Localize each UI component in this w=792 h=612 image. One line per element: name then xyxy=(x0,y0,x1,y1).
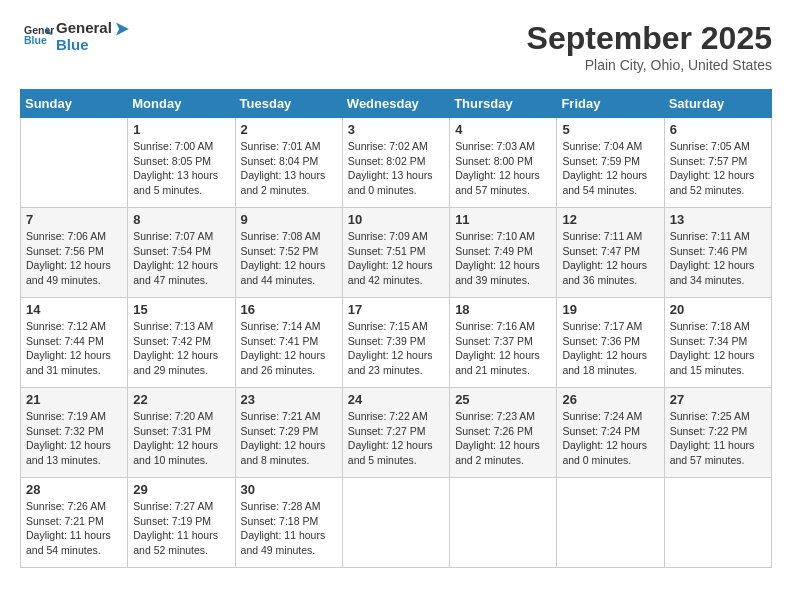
day-info: Sunrise: 7:00 AMSunset: 8:05 PMDaylight:… xyxy=(133,139,229,198)
day-info: Sunrise: 7:27 AMSunset: 7:19 PMDaylight:… xyxy=(133,499,229,558)
day-info: Sunrise: 7:14 AMSunset: 7:41 PMDaylight:… xyxy=(241,319,337,378)
calendar-cell: 17Sunrise: 7:15 AMSunset: 7:39 PMDayligh… xyxy=(342,298,449,388)
day-header-friday: Friday xyxy=(557,90,664,118)
calendar-cell: 9Sunrise: 7:08 AMSunset: 7:52 PMDaylight… xyxy=(235,208,342,298)
day-number: 22 xyxy=(133,392,229,407)
day-info: Sunrise: 7:13 AMSunset: 7:42 PMDaylight:… xyxy=(133,319,229,378)
calendar-cell: 26Sunrise: 7:24 AMSunset: 7:24 PMDayligh… xyxy=(557,388,664,478)
day-header-tuesday: Tuesday xyxy=(235,90,342,118)
day-number: 23 xyxy=(241,392,337,407)
calendar-cell xyxy=(342,478,449,568)
day-info: Sunrise: 7:01 AMSunset: 8:04 PMDaylight:… xyxy=(241,139,337,198)
title-block: September 2025 Plain City, Ohio, United … xyxy=(527,20,772,73)
calendar-cell: 23Sunrise: 7:21 AMSunset: 7:29 PMDayligh… xyxy=(235,388,342,478)
logo-icon: General Blue xyxy=(24,20,54,50)
day-header-monday: Monday xyxy=(128,90,235,118)
day-info: Sunrise: 7:02 AMSunset: 8:02 PMDaylight:… xyxy=(348,139,444,198)
logo-text-blue: Blue xyxy=(56,37,132,54)
day-header-thursday: Thursday xyxy=(450,90,557,118)
calendar-cell xyxy=(664,478,771,568)
day-number: 4 xyxy=(455,122,551,137)
day-number: 11 xyxy=(455,212,551,227)
day-info: Sunrise: 7:18 AMSunset: 7:34 PMDaylight:… xyxy=(670,319,766,378)
day-header-wednesday: Wednesday xyxy=(342,90,449,118)
day-info: Sunrise: 7:04 AMSunset: 7:59 PMDaylight:… xyxy=(562,139,658,198)
day-number: 25 xyxy=(455,392,551,407)
calendar-week-row: 28Sunrise: 7:26 AMSunset: 7:21 PMDayligh… xyxy=(21,478,772,568)
calendar-cell: 13Sunrise: 7:11 AMSunset: 7:46 PMDayligh… xyxy=(664,208,771,298)
day-number: 12 xyxy=(562,212,658,227)
day-info: Sunrise: 7:09 AMSunset: 7:51 PMDaylight:… xyxy=(348,229,444,288)
day-info: Sunrise: 7:19 AMSunset: 7:32 PMDaylight:… xyxy=(26,409,122,468)
calendar-cell: 4Sunrise: 7:03 AMSunset: 8:00 PMDaylight… xyxy=(450,118,557,208)
day-info: Sunrise: 7:11 AMSunset: 7:46 PMDaylight:… xyxy=(670,229,766,288)
day-info: Sunrise: 7:28 AMSunset: 7:18 PMDaylight:… xyxy=(241,499,337,558)
day-number: 20 xyxy=(670,302,766,317)
day-info: Sunrise: 7:15 AMSunset: 7:39 PMDaylight:… xyxy=(348,319,444,378)
day-info: Sunrise: 7:11 AMSunset: 7:47 PMDaylight:… xyxy=(562,229,658,288)
day-number: 21 xyxy=(26,392,122,407)
day-info: Sunrise: 7:16 AMSunset: 7:37 PMDaylight:… xyxy=(455,319,551,378)
day-header-saturday: Saturday xyxy=(664,90,771,118)
day-number: 27 xyxy=(670,392,766,407)
day-info: Sunrise: 7:06 AMSunset: 7:56 PMDaylight:… xyxy=(26,229,122,288)
calendar-header-row: SundayMondayTuesdayWednesdayThursdayFrid… xyxy=(21,90,772,118)
day-number: 17 xyxy=(348,302,444,317)
day-number: 6 xyxy=(670,122,766,137)
day-info: Sunrise: 7:26 AMSunset: 7:21 PMDaylight:… xyxy=(26,499,122,558)
calendar-cell xyxy=(21,118,128,208)
day-number: 26 xyxy=(562,392,658,407)
day-number: 3 xyxy=(348,122,444,137)
day-number: 10 xyxy=(348,212,444,227)
calendar-cell: 19Sunrise: 7:17 AMSunset: 7:36 PMDayligh… xyxy=(557,298,664,388)
day-info: Sunrise: 7:07 AMSunset: 7:54 PMDaylight:… xyxy=(133,229,229,288)
calendar-cell: 25Sunrise: 7:23 AMSunset: 7:26 PMDayligh… xyxy=(450,388,557,478)
day-number: 2 xyxy=(241,122,337,137)
month-title: September 2025 xyxy=(527,20,772,57)
day-number: 9 xyxy=(241,212,337,227)
logo-arrow-icon xyxy=(116,21,132,37)
calendar-cell xyxy=(557,478,664,568)
calendar-cell: 21Sunrise: 7:19 AMSunset: 7:32 PMDayligh… xyxy=(21,388,128,478)
calendar-cell: 10Sunrise: 7:09 AMSunset: 7:51 PMDayligh… xyxy=(342,208,449,298)
calendar-cell: 20Sunrise: 7:18 AMSunset: 7:34 PMDayligh… xyxy=(664,298,771,388)
calendar-cell: 30Sunrise: 7:28 AMSunset: 7:18 PMDayligh… xyxy=(235,478,342,568)
calendar-cell: 16Sunrise: 7:14 AMSunset: 7:41 PMDayligh… xyxy=(235,298,342,388)
calendar-cell: 5Sunrise: 7:04 AMSunset: 7:59 PMDaylight… xyxy=(557,118,664,208)
calendar-cell: 1Sunrise: 7:00 AMSunset: 8:05 PMDaylight… xyxy=(128,118,235,208)
day-info: Sunrise: 7:12 AMSunset: 7:44 PMDaylight:… xyxy=(26,319,122,378)
calendar-cell: 14Sunrise: 7:12 AMSunset: 7:44 PMDayligh… xyxy=(21,298,128,388)
day-number: 14 xyxy=(26,302,122,317)
day-info: Sunrise: 7:10 AMSunset: 7:49 PMDaylight:… xyxy=(455,229,551,288)
day-number: 30 xyxy=(241,482,337,497)
day-info: Sunrise: 7:08 AMSunset: 7:52 PMDaylight:… xyxy=(241,229,337,288)
day-number: 18 xyxy=(455,302,551,317)
calendar-cell: 28Sunrise: 7:26 AMSunset: 7:21 PMDayligh… xyxy=(21,478,128,568)
day-info: Sunrise: 7:23 AMSunset: 7:26 PMDaylight:… xyxy=(455,409,551,468)
day-number: 15 xyxy=(133,302,229,317)
calendar-cell xyxy=(450,478,557,568)
calendar-week-row: 1Sunrise: 7:00 AMSunset: 8:05 PMDaylight… xyxy=(21,118,772,208)
calendar-cell: 12Sunrise: 7:11 AMSunset: 7:47 PMDayligh… xyxy=(557,208,664,298)
day-info: Sunrise: 7:21 AMSunset: 7:29 PMDaylight:… xyxy=(241,409,337,468)
day-number: 8 xyxy=(133,212,229,227)
calendar-cell: 27Sunrise: 7:25 AMSunset: 7:22 PMDayligh… xyxy=(664,388,771,478)
svg-marker-4 xyxy=(116,23,129,36)
svg-text:Blue: Blue xyxy=(24,34,47,46)
logo: General Blue General Blue xyxy=(20,20,132,54)
day-info: Sunrise: 7:25 AMSunset: 7:22 PMDaylight:… xyxy=(670,409,766,468)
calendar-cell: 11Sunrise: 7:10 AMSunset: 7:49 PMDayligh… xyxy=(450,208,557,298)
calendar-cell: 18Sunrise: 7:16 AMSunset: 7:37 PMDayligh… xyxy=(450,298,557,388)
day-info: Sunrise: 7:03 AMSunset: 8:00 PMDaylight:… xyxy=(455,139,551,198)
day-header-sunday: Sunday xyxy=(21,90,128,118)
calendar-cell: 15Sunrise: 7:13 AMSunset: 7:42 PMDayligh… xyxy=(128,298,235,388)
calendar-week-row: 21Sunrise: 7:19 AMSunset: 7:32 PMDayligh… xyxy=(21,388,772,478)
day-number: 5 xyxy=(562,122,658,137)
calendar-body: 1Sunrise: 7:00 AMSunset: 8:05 PMDaylight… xyxy=(21,118,772,568)
day-info: Sunrise: 7:05 AMSunset: 7:57 PMDaylight:… xyxy=(670,139,766,198)
logo-text-general: General xyxy=(56,19,112,36)
day-number: 24 xyxy=(348,392,444,407)
day-number: 29 xyxy=(133,482,229,497)
calendar-week-row: 7Sunrise: 7:06 AMSunset: 7:56 PMDaylight… xyxy=(21,208,772,298)
calendar-cell: 6Sunrise: 7:05 AMSunset: 7:57 PMDaylight… xyxy=(664,118,771,208)
